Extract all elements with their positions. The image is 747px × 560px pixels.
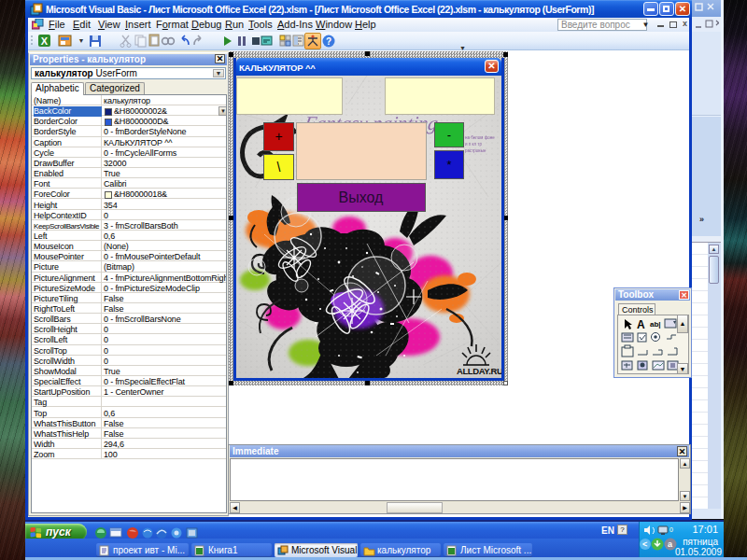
- svg-text:и п кл тр: и п кл тр: [465, 142, 482, 147]
- svg-text:0: 0: [669, 526, 673, 533]
- svg-text:<: <: [642, 539, 647, 549]
- svg-text:X: X: [41, 35, 49, 47]
- svg-text:?: ?: [326, 36, 331, 47]
- svg-text:растровые: растровые: [465, 148, 486, 153]
- svg-text:A: A: [637, 318, 645, 331]
- svg-text:ab|: ab|: [650, 320, 661, 329]
- svg-text:ALLDAY.RU: ALLDAY.RU: [457, 366, 501, 376]
